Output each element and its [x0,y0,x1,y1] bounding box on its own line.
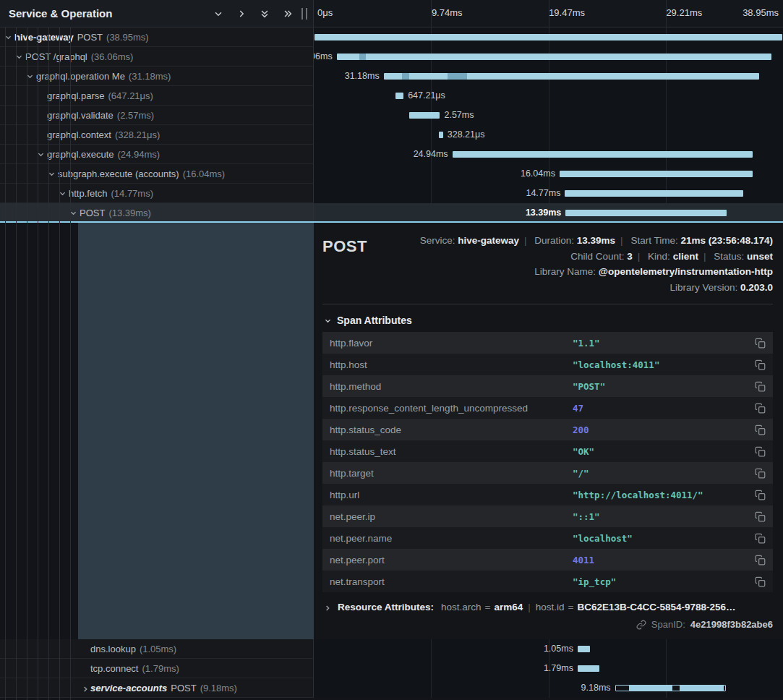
copy-icon[interactable] [755,403,766,414]
double-chevron-right-icon[interactable] [283,9,293,19]
attribute-row[interactable]: http.status_text "OK" [322,440,773,462]
attribute-row[interactable]: http.host "localhost:4011" [322,354,773,375]
attribute-row[interactable]: http.url "http://localhost:4011/" [322,484,773,505]
span-bar[interactable] [384,73,760,80]
span-row[interactable]: graphql.operation Me (31.18ms) 31.18ms [0,67,783,86]
meta-value: 21ms (23:56:48.174) [680,235,773,246]
resource-attributes-row[interactable]: Resource Attributes: host.arch = arm64 |… [322,602,773,612]
attribute-value: "localhost:4011" [573,359,749,370]
span-bar[interactable] [615,685,726,691]
span-timeline-cell[interactable]: 13.39ms [314,203,783,223]
span-attributes-header[interactable]: Span Attributes [324,315,771,326]
span-bar[interactable] [560,171,753,177]
span-tree-cell[interactable]: graphql.execute (24.94ms) [0,145,314,164]
chevron-down-icon[interactable] [48,170,58,178]
span-timeline-cell[interactable]: 31.18ms [314,67,783,86]
copy-icon[interactable] [755,490,766,500]
span-row[interactable]: POST /graphql (36.06ms) 36.06ms [0,47,783,67]
copy-icon[interactable] [755,468,766,479]
span-tree-cell[interactable]: graphql.operation Me (31.18ms) [0,67,314,86]
span-tree-cell[interactable]: hive-gateway POST (38.95ms) [0,27,314,47]
span-bar[interactable] [578,665,599,672]
chevron-right-icon[interactable] [82,683,90,693]
attribute-row[interactable]: net.transport "ip_tcp" [322,571,773,592]
span-tree-cell[interactable]: dns.lookup (1.05ms) [0,639,314,659]
span-timeline-cell[interactable]: 14.77ms [314,184,783,203]
attribute-row[interactable]: net.peer.port 4011 [322,549,773,571]
span-timeline-cell[interactable]: 1.05ms [314,639,783,659]
attribute-row[interactable]: http.flavor "1.1" [322,332,773,354]
span-timeline-cell[interactable]: 647.21μs [314,86,783,106]
span-tree-cell[interactable]: http.fetch (14.77ms) [0,184,314,203]
copy-icon[interactable] [755,511,766,522]
link-icon[interactable] [636,620,646,630]
copy-icon[interactable] [755,576,766,587]
double-chevron-down-icon[interactable] [260,9,270,19]
span-tree-cell[interactable]: POST (13.39ms) [0,203,314,223]
span-bar[interactable] [409,112,440,119]
span-tree-cell[interactable]: tcp.connect (1.79ms) [0,659,314,678]
span-tree-cell[interactable]: service-accounts POST (9.18ms) [0,678,314,698]
copy-icon[interactable] [755,424,766,435]
span-timeline-cell[interactable]: 16.04ms [314,164,783,184]
span-row[interactable]: hive-gateway POST (38.95ms) [0,27,783,47]
span-row[interactable]: tcp.connect (1.79ms) 1.79ms [0,659,783,678]
span-timeline-cell[interactable]: 1.79ms [314,659,783,678]
attribute-row[interactable]: http.response_content_length_uncompresse… [322,397,773,419]
attribute-row[interactable]: net.peer.ip "::1" [322,505,773,527]
span-row[interactable]: http.fetch (14.77ms) 14.77ms [0,184,783,203]
span-timeline-cell[interactable]: 24.94ms [314,145,783,164]
span-row[interactable]: graphql.validate (2.57ms) 2.57ms [0,106,783,125]
span-duration: (36.06ms) [91,51,134,62]
span-bar[interactable] [565,210,727,216]
span-row[interactable]: dns.lookup (1.05ms) 1.05ms [0,639,783,659]
span-tree-cell[interactable]: subgraph.execute (accounts) (16.04ms) [0,164,314,184]
chevron-down-icon[interactable] [4,33,14,41]
span-timeline-cell[interactable]: 2.57ms [314,106,783,125]
span-tree-cell[interactable]: graphql.validate (2.57ms) [0,106,314,125]
span-tree-cell[interactable]: graphql.context (328.21μs) [0,125,314,145]
span-bar[interactable] [565,190,743,197]
chevron-right-icon[interactable] [236,9,247,19]
copy-icon[interactable] [755,533,766,544]
span-bar[interactable] [439,132,442,138]
chevron-down-icon[interactable] [59,189,69,197]
span-bar[interactable] [395,93,403,99]
chevron-down-icon[interactable] [26,72,36,80]
span-bar[interactable] [315,34,782,40]
span-row[interactable]: graphql.execute (24.94ms) 24.94ms [0,145,783,164]
span-tree-cell[interactable]: POST /graphql (36.06ms) [0,47,314,67]
span-timeline-cell[interactable]: 328.21μs [314,125,783,145]
chevron-down-icon[interactable] [324,317,332,325]
span-row[interactable]: service-accounts POST (9.18ms) 9.18ms [0,678,783,698]
copy-icon[interactable] [755,381,766,392]
copy-icon[interactable] [755,555,766,565]
copy-icon[interactable] [755,359,766,370]
tree-header-controls [213,9,293,19]
span-row[interactable]: graphql.parse (647.21μs) 647.21μs [0,86,783,106]
span-bar[interactable] [453,151,753,158]
span-timeline-cell[interactable]: 36.06ms [314,47,783,67]
span-row-selected[interactable]: POST (13.39ms) 13.39ms [0,203,783,223]
chevron-down-icon[interactable] [37,150,47,158]
attribute-row[interactable]: http.target "/" [322,462,773,484]
span-bar[interactable] [578,646,590,652]
span-timeline-cell[interactable]: 9.18ms [314,678,783,698]
attribute-row[interactable]: http.method "POST" [322,375,773,397]
span-row[interactable]: graphql.context (328.21μs) 328.21μs [0,125,783,145]
chevron-down-icon[interactable] [213,9,223,19]
meta-value: @opentelemetry/instrumentation-http [599,266,773,277]
copy-icon[interactable] [755,446,766,457]
chevron-down-icon[interactable] [69,209,80,217]
span-timeline-cell[interactable] [314,27,783,47]
span-tree-cell[interactable]: graphql.parse (647.21μs) [0,86,314,106]
panel-resize-handle[interactable] [301,8,307,20]
attribute-row[interactable]: http.status_code 200 [322,419,773,440]
span-row[interactable]: subgraph.execute (accounts) (16.04ms) 16… [0,164,783,184]
attribute-row[interactable]: net.peer.name "localhost" [322,527,773,549]
chevron-down-icon[interactable] [15,53,25,61]
copy-icon[interactable] [755,338,766,349]
chevron-right-icon[interactable] [324,602,332,612]
span-bar[interactable] [337,54,771,60]
attribute-table: http.flavor "1.1" http.host "localhost:4… [322,332,773,592]
